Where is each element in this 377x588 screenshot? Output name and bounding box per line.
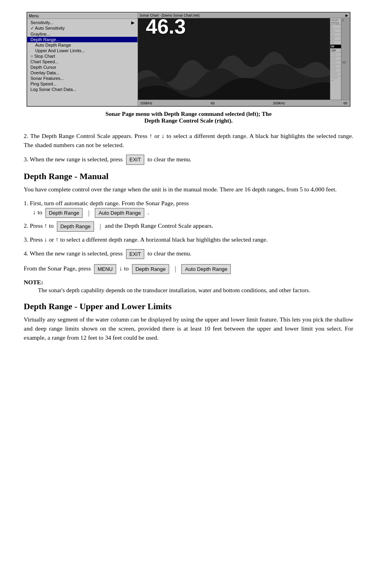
caption-line2: Depth Range Control Scale (right). bbox=[144, 117, 232, 124]
menu-item-overlay-data[interactable]: Overlay Data... bbox=[27, 70, 138, 76]
step4-suffix: to clear the menu. bbox=[147, 250, 191, 257]
depth-range-button-2[interactable]: Depth Range bbox=[57, 221, 94, 232]
step1-arrow: ↓ to bbox=[33, 209, 42, 216]
depth-scale-40: 40 bbox=[330, 41, 341, 45]
depth-scale-60-selected: 60 bbox=[330, 45, 341, 49]
menu-item-sonar-features[interactable]: Sonar Features... bbox=[27, 76, 138, 81]
right-scale-bar: 0 SZ + bbox=[341, 18, 350, 106]
image-caption: Sonar Page menu with Depth Range command… bbox=[24, 111, 353, 124]
menu-item-auto-depth-range[interactable]: Auto Depth Range bbox=[27, 42, 138, 48]
depth-scale-300: 300 bbox=[330, 61, 341, 64]
sonar-title-arrow: ▶ bbox=[345, 13, 348, 17]
auto-depth-button-1[interactable]: Auto Depth Range bbox=[95, 208, 144, 218]
step1-suffix: . bbox=[147, 209, 149, 216]
sonar-image: Menu Sensitivity... ✓ Auto Sensitivity G… bbox=[26, 12, 351, 107]
depth-scale-20: 20 bbox=[330, 33, 341, 37]
depth-scale-800: 800 bbox=[330, 68, 341, 72]
menu-item-grayline[interactable]: Grayline... bbox=[27, 31, 138, 37]
depth-scale-200: 200 bbox=[330, 57, 341, 61]
manual-step-2: 2. Press ↑ to Depth Range | and the Dept… bbox=[24, 221, 353, 231]
step4-prefix: 4. When the new range is selected, press bbox=[24, 250, 123, 257]
exit-button-2[interactable]: EXIT bbox=[126, 249, 145, 259]
from-sonar-line: From the Sonar Page, press MENU ↓ to Dep… bbox=[24, 264, 353, 274]
depth-scale-label: Depth Range bbox=[330, 18, 341, 25]
right-scale-top: 0 bbox=[342, 19, 349, 22]
note-text: The sonar's depth capability depends on … bbox=[24, 286, 353, 295]
step2-prefix: 2. Press ↑ to bbox=[24, 222, 54, 229]
step3-suffix: to clear the menu. bbox=[147, 156, 191, 163]
step1-prefix: 1. First, turn off automatic depth range… bbox=[24, 200, 189, 206]
pipe-1: | bbox=[88, 208, 89, 218]
menu-item-upper-lower-limits[interactable]: Upper And Lower Limits... bbox=[27, 48, 138, 53]
depth-scale-values: 5 10 20 30 40 60 100 150 200 300 500 800… bbox=[330, 25, 341, 106]
pipe-3: | bbox=[175, 264, 176, 274]
menu-item-ping-speed[interactable]: Ping Speed... bbox=[27, 81, 138, 87]
depth-scale-5: 5 bbox=[330, 25, 341, 29]
menu-button-sonar[interactable]: MENU bbox=[94, 264, 116, 274]
from-sonar-arrow: ↓ to bbox=[119, 265, 129, 272]
bottom-right-freq: 200kHz bbox=[273, 101, 285, 105]
note-label: NOTE: bbox=[24, 279, 43, 285]
caption-line1: Sonar Page menu with Depth Range command… bbox=[106, 111, 272, 117]
exit-button-1[interactable]: EXIT bbox=[126, 155, 145, 165]
step3-press-para: 3. When the new range is selected, press… bbox=[24, 155, 353, 165]
sonar-display-panel: Sonar Chart - [Demo Sonar Chart.Me] ▶ 46… bbox=[138, 13, 350, 106]
auto-depth-button-2[interactable]: Auto Depth Range bbox=[181, 264, 231, 274]
sonar-waves-svg bbox=[138, 41, 350, 106]
menu-item-log-sonar[interactable]: Log Sonar Chart Data... bbox=[27, 87, 138, 92]
depth-range-button-3[interactable]: Depth Range bbox=[132, 264, 170, 274]
sonar-screenshot: Menu Sensitivity... ✓ Auto Sensitivity G… bbox=[24, 12, 353, 107]
depth-range-scale: Depth Range 5 10 20 30 40 60 100 150 200… bbox=[330, 18, 341, 106]
section2-heading: Depth Range - Upper and Lower Limits bbox=[24, 301, 353, 312]
bottom-left-freq: 200kHz bbox=[140, 101, 153, 105]
manual-step-1: 1. First, turn off automatic depth range… bbox=[24, 199, 353, 218]
menu-item-sensitivity[interactable]: Sensitivity... bbox=[27, 20, 138, 25]
depth-scale-150: 150 bbox=[330, 53, 341, 57]
depth-scale-30: 30 bbox=[330, 37, 341, 41]
depth-scale-100: 100 bbox=[330, 49, 341, 53]
menu-item-depth-range[interactable]: Depth Range... bbox=[27, 37, 138, 42]
left-menu-panel: Menu Sensitivity... ✓ Auto Sensitivity G… bbox=[27, 13, 138, 106]
paragraph-1: 2. The Depth Range Control Scale appears… bbox=[24, 131, 353, 150]
depth-scale-1000: 1000 bbox=[330, 72, 341, 76]
step3-prefix: 3. When the new range is selected, press bbox=[24, 156, 123, 163]
step2-suffix: and the Depth Range Control Scale appear… bbox=[105, 222, 213, 229]
sonar-bottom-bar: 200kHz 60 200kHz 60 bbox=[138, 100, 350, 106]
menu-item-stop-chart[interactable]: ○ Stop Chart bbox=[27, 53, 138, 59]
section2-para: Virtually any segment of the water colum… bbox=[24, 315, 353, 342]
menu-item-chart-speed[interactable]: Chart Speed... bbox=[27, 59, 138, 64]
para1-text: 2. The Depth Range Control Scale appears… bbox=[24, 132, 353, 148]
pipe-2: | bbox=[100, 222, 101, 231]
bottom-depth: 60 bbox=[211, 101, 215, 105]
menu-topbar: Menu bbox=[27, 13, 138, 19]
section1-intro: You have complete control over the range… bbox=[24, 185, 353, 194]
depth-range-button-1[interactable]: Depth Range bbox=[45, 208, 83, 218]
section1-heading: Depth Range - Manual bbox=[24, 171, 353, 182]
menu-item-depth-cursor[interactable]: Depth Cursor bbox=[27, 64, 138, 70]
depth-scale-500: 500 bbox=[330, 64, 341, 68]
manual-step-3: 3. Press ↓ or ↑ to select a different de… bbox=[24, 235, 353, 244]
manual-step-4: 4. When the new range is selected, press… bbox=[24, 249, 353, 259]
depth-scale-1500: 1500 ▼ bbox=[330, 76, 341, 83]
from-sonar-prefix: From the Sonar Page, press bbox=[24, 265, 91, 272]
menu-item-auto-sensitivity[interactable]: ✓ Auto Sensitivity bbox=[27, 25, 138, 31]
right-scale-mid: SZ bbox=[342, 61, 349, 64]
depth-readout: 46.3 bbox=[146, 15, 186, 38]
note-block: NOTE: The sonar's depth capability depen… bbox=[24, 279, 353, 295]
bottom-right-depth: 60 bbox=[343, 101, 347, 105]
depth-scale-10: 10 bbox=[330, 29, 341, 33]
